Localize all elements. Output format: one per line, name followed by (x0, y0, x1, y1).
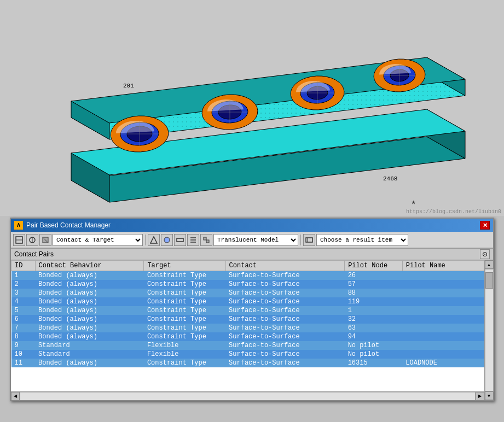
cell-behavior: Bonded (always) (35, 332, 144, 341)
toolbar-btn-8[interactable] (200, 234, 212, 246)
close-button[interactable]: ✕ (480, 221, 490, 230)
svg-point-7 (164, 237, 170, 243)
cell-pilot-node: 88 (345, 289, 403, 297)
watermark: https://blog.csdn.net/liubin0 (406, 209, 501, 215)
svg-rect-13 (206, 240, 209, 243)
cell-pilot-name (402, 341, 484, 350)
cell-contact: Surface-to-Surface (225, 350, 345, 359)
separator-1 (145, 235, 146, 245)
3d-viewport: * https://blog.csdn.net/liubin0 (0, 0, 504, 216)
cell-pilot-name (402, 297, 484, 306)
cell-target: Constraint Type (144, 289, 225, 297)
svg-rect-8 (177, 238, 183, 242)
cell-pilot-node: 63 (345, 324, 403, 332)
cell-contact: Surface-to-Surface (225, 324, 345, 332)
section-title: Contact Pairs (14, 250, 54, 258)
vertical-scrollbar[interactable]: ▲ ▼ (484, 260, 493, 400)
cell-target: Constraint Type (144, 280, 225, 289)
cell-target: Constraint Type (144, 315, 225, 324)
col-header-behavior: Contact Behavior (35, 261, 144, 271)
table-container[interactable]: ID Contact Behavior Target Contact Pilot… (11, 260, 484, 391)
cell-pilot-name (402, 289, 484, 297)
cell-id: 3 (11, 289, 36, 297)
cell-contact: Surface-to-Surface (225, 359, 345, 367)
table-row[interactable]: 1 Bonded (always) Constraint Type Surfac… (11, 271, 484, 280)
cell-pilot-name (402, 332, 484, 341)
table-row[interactable]: 7 Bonded (always) Constraint Type Surfac… (11, 324, 484, 332)
cell-pilot-name (402, 306, 484, 315)
table-main: ID Contact Behavior Target Contact Pilot… (11, 260, 484, 400)
table-row[interactable]: 3 Bonded (always) Constraint Type Surfac… (11, 289, 484, 297)
cell-pilot-node: No pilot (345, 341, 403, 350)
dialog-title: Pair Based Contact Manager (26, 221, 111, 229)
table-row[interactable]: 4 Bonded (always) Constraint Type Surfac… (11, 297, 484, 306)
cell-pilot-node: 32 (345, 315, 403, 324)
cell-target: Constraint Type (144, 297, 225, 306)
scroll-left-button[interactable]: ◀ (11, 392, 20, 401)
contact-target-select[interactable]: Contact & Target (53, 234, 143, 246)
cell-behavior: Standard (35, 350, 144, 359)
vertical-scroll-track[interactable] (485, 269, 494, 391)
scroll-right-button[interactable]: ▶ (476, 392, 484, 401)
horizontal-scroll-track[interactable] (20, 392, 476, 401)
table-row[interactable]: 8 Bonded (always) Constraint Type Surfac… (11, 332, 484, 341)
table-row[interactable]: 5 Bonded (always) Constraint Type Surfac… (11, 306, 484, 315)
result-item-select[interactable]: Choose a result item (316, 234, 408, 246)
cell-behavior: Bonded (always) (35, 280, 144, 289)
cell-contact: Surface-to-Surface (225, 315, 345, 324)
table-header-row: ID Contact Behavior Target Contact Pilot… (11, 261, 484, 271)
table-row[interactable]: 6 Bonded (always) Constraint Type Surfac… (11, 315, 484, 324)
cell-id: 10 (11, 350, 36, 359)
toolbar-btn-6[interactable] (174, 234, 186, 246)
cell-behavior: Bonded (always) (35, 315, 144, 324)
cell-pilot-node: 1 (345, 306, 403, 315)
table-row[interactable]: 10 Standard Flexible Surface-to-Surface … (11, 350, 484, 359)
scroll-down-button[interactable]: ▼ (485, 391, 494, 400)
table-row[interactable]: 2 Bonded (always) Constraint Type Surfac… (11, 280, 484, 289)
scroll-up-button[interactable]: ▲ (485, 260, 494, 269)
cell-contact: Surface-to-Surface (225, 289, 345, 297)
toolbar-btn-1[interactable] (13, 234, 25, 246)
col-header-pilot-name: Pilot Name (402, 261, 484, 271)
cell-behavior: Bonded (always) (35, 324, 144, 332)
cell-id: 4 (11, 297, 36, 306)
cell-pilot-node: No pilot (345, 350, 403, 359)
toolbar-btn-7[interactable] (187, 234, 199, 246)
cell-id: 6 (11, 315, 36, 324)
cell-behavior: Bonded (always) (35, 306, 144, 315)
cell-target: Flexible (144, 341, 225, 350)
cell-pilot-name: LOADNODE (402, 359, 484, 367)
cell-pilot-node: 26 (345, 271, 403, 280)
cell-contact: Surface-to-Surface (225, 341, 345, 350)
cell-id: 2 (11, 280, 36, 289)
cell-pilot-node: 16315 (345, 359, 403, 367)
cell-behavior: Bonded (always) (35, 297, 144, 306)
table-row[interactable]: 9 Standard Flexible Surface-to-Surface N… (11, 341, 484, 350)
scroll-thumb (485, 272, 493, 289)
horizontal-scrollbar[interactable]: ◀ ▶ (11, 391, 484, 400)
dialog-icon: Λ (14, 221, 23, 230)
cell-behavior: Bonded (always) (35, 289, 144, 297)
table-row[interactable]: 11 Bonded (always) Constraint Type Surfa… (11, 359, 484, 367)
collapse-button[interactable]: ⊙ (480, 249, 490, 259)
cell-behavior: Bonded (always) (35, 271, 144, 280)
title-bar: Λ Pair Based Contact Manager ✕ (11, 219, 493, 232)
col-header-id: ID (11, 261, 36, 271)
col-header-pilot-node: Pilot Node (345, 261, 403, 271)
table-scroll-area: ID Contact Behavior Target Contact Pilot… (11, 260, 493, 400)
cell-id: 1 (11, 271, 36, 280)
model-display-select[interactable]: Translucent Model (213, 234, 298, 246)
cell-behavior: Standard (35, 341, 144, 350)
toolbar-btn-2[interactable] (26, 234, 38, 246)
cell-pilot-name (402, 271, 484, 280)
contact-manager-dialog: Λ Pair Based Contact Manager ✕ Contact &… (10, 218, 494, 401)
cell-id: 11 (11, 359, 36, 367)
col-header-target: Target (144, 261, 225, 271)
cell-target: Constraint Type (144, 359, 225, 367)
svg-rect-12 (204, 237, 206, 240)
toolbar-btn-4[interactable] (148, 234, 160, 246)
svg-marker-6 (150, 237, 157, 243)
toolbar-btn-5[interactable] (161, 234, 173, 246)
toolbar-btn-result-icon[interactable] (303, 234, 315, 246)
toolbar-btn-3[interactable] (39, 234, 51, 246)
